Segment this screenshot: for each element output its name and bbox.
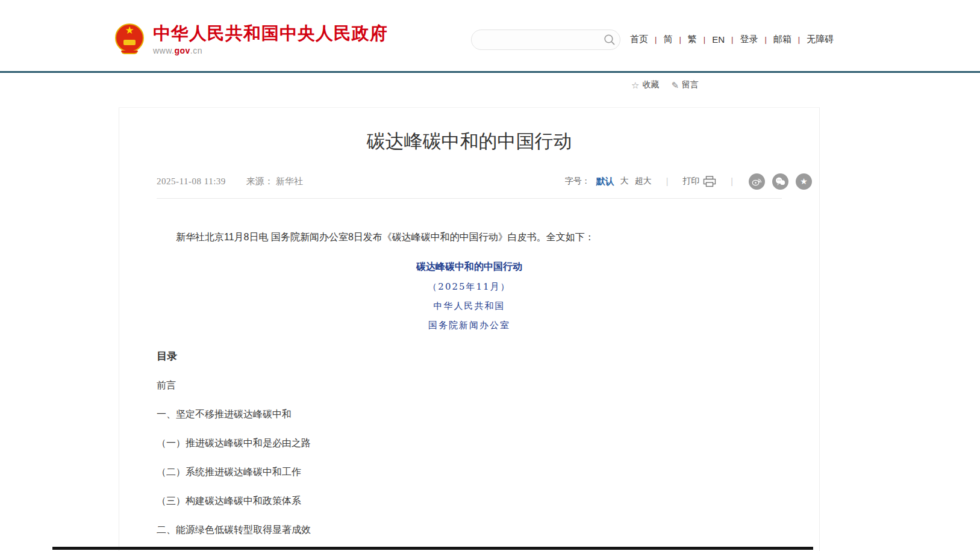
toc-item-preface: 前言 — [157, 379, 782, 392]
article-meta-row: 2025-11-08 11:39 来源： 新华社 字号： 默认 大 超大 | 打… — [157, 173, 812, 190]
font-size-large[interactable]: 大 — [620, 176, 629, 187]
toc-item-section-2: 二、能源绿色低碳转型取得显著成效 — [157, 524, 782, 537]
favorite-action[interactable]: ☆ 收藏 — [631, 79, 659, 90]
brand-text: 中华人民共和国中央人民政府 www.gov.cn — [153, 24, 388, 56]
weibo-share-icon[interactable] — [749, 173, 765, 190]
search-box — [471, 30, 620, 50]
star-filled-icon: ★ — [800, 177, 808, 185]
article-title: 碳达峰碳中和的中国行动 — [119, 108, 819, 155]
nav-separator: | — [704, 35, 705, 44]
url-gov: gov — [174, 46, 190, 55]
star-outline-icon: ☆ — [631, 81, 639, 90]
nav-accessibility[interactable]: 无障碍 — [807, 34, 834, 45]
font-size-xlarge[interactable]: 超大 — [635, 176, 652, 187]
search-input[interactable] — [472, 30, 599, 49]
printer-icon — [703, 176, 716, 187]
star-share-icon[interactable]: ★ — [796, 173, 812, 190]
meta-divider-line — [157, 198, 782, 199]
toc-item-section-1: 一、坚定不移推进碳达峰碳中和 — [157, 408, 782, 421]
article-card: 碳达峰碳中和的中国行动 2025-11-08 11:39 来源： 新华社 字号：… — [119, 107, 820, 551]
header-divider-line — [0, 71, 980, 73]
doc-org-line-1: 中华人民共和国 — [157, 300, 782, 312]
emblem-star-icon: ★ — [114, 25, 145, 37]
url-prefix: www. — [153, 46, 174, 55]
nav-separator: | — [655, 35, 657, 44]
national-emblem-logo: ★ — [114, 23, 145, 57]
pencil-icon: ✎ — [671, 81, 679, 90]
doc-title: 碳达峰碳中和的中国行动 — [157, 261, 782, 273]
site-header: ★ 中华人民共和国中央人民政府 www.gov.cn 首页 | 简 | — [0, 0, 980, 71]
site-brand[interactable]: ★ 中华人民共和国中央人民政府 www.gov.cn — [114, 23, 388, 57]
toc-item-section-1-3: （三）构建碳达峰碳中和政策体系 — [157, 495, 782, 508]
font-size-default[interactable]: 默认 — [596, 176, 614, 187]
nav-separator: | — [798, 35, 800, 44]
toc-item-section-1-2: （二）系统推进碳达峰碳中和工作 — [157, 466, 782, 479]
message-label: 留言 — [682, 79, 699, 90]
print-button[interactable]: 打印 — [682, 176, 716, 187]
doc-date-line: （2025年11月） — [157, 281, 782, 293]
wechat-share-icon[interactable] — [772, 173, 788, 190]
toc-item-section-1-1: （一）推进碳达峰碳中和是必由之路 — [157, 437, 782, 450]
nav-simplified[interactable]: 简 — [663, 34, 672, 45]
font-size-label: 字号： — [565, 176, 590, 187]
article-body: 新华社北京11月8日电 国务院新闻办公室8日发布《碳达峰碳中和的中国行动》白皮书… — [119, 229, 819, 551]
nav-traditional[interactable]: 繁 — [688, 34, 697, 45]
site-title: 中华人民共和国中央人民政府 — [153, 24, 388, 43]
search-icon[interactable] — [599, 34, 620, 46]
meta-separator: | — [731, 176, 733, 186]
nav-home[interactable]: 首页 — [630, 34, 648, 45]
favorite-label: 收藏 — [642, 79, 659, 90]
toc-heading: 目录 — [157, 349, 782, 363]
intro-paragraph: 新华社北京11月8日电 国务院新闻办公室8日发布《碳达峰碳中和的中国行动》白皮书… — [157, 229, 782, 245]
nav-mail[interactable]: 邮箱 — [773, 34, 791, 45]
page-actions: ☆ 收藏 ✎ 留言 — [631, 79, 699, 90]
nav-english[interactable]: EN — [712, 34, 725, 45]
source-label: 来源： — [246, 176, 273, 186]
nav-separator: | — [764, 35, 766, 44]
nav-login[interactable]: 登录 — [740, 34, 758, 45]
emblem-base-shape — [121, 51, 138, 54]
meta-right: 字号： 默认 大 超大 | 打印 | — [565, 173, 812, 190]
article-source: 来源： 新华社 — [246, 176, 303, 187]
top-nav: 首页 | 简 | 繁 | EN | 登录 | 邮箱 | 无障碍 — [630, 34, 834, 45]
print-label: 打印 — [682, 176, 699, 187]
url-suffix: .cn — [190, 46, 202, 55]
source-value[interactable]: 新华社 — [276, 176, 303, 186]
bottom-window-edge — [52, 547, 813, 550]
nav-separator: | — [679, 35, 681, 44]
emblem-gate-shape — [123, 40, 136, 45]
meta-separator: | — [666, 176, 669, 186]
page: ★ 中华人民共和国中央人民政府 www.gov.cn 首页 | 简 | — [0, 0, 980, 551]
site-url[interactable]: www.gov.cn — [153, 46, 388, 55]
nav-separator: | — [731, 35, 733, 44]
message-action[interactable]: ✎ 留言 — [671, 79, 699, 90]
meta-left: 2025-11-08 11:39 来源： 新华社 — [157, 176, 303, 187]
publish-date: 2025-11-08 11:39 — [157, 176, 226, 187]
doc-org-line-2: 国务院新闻办公室 — [157, 320, 782, 331]
